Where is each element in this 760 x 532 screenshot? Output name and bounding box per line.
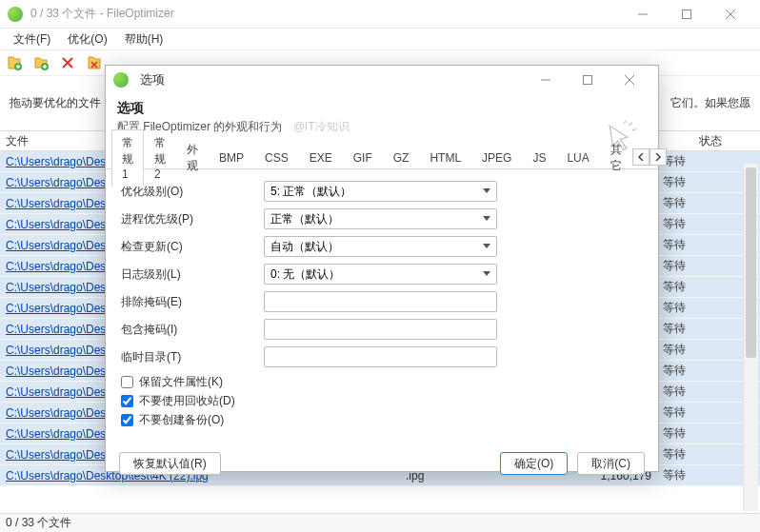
dialog-minimize-button[interactable] <box>525 66 567 94</box>
svg-rect-7 <box>584 76 592 85</box>
menu-file[interactable]: 文件(F) <box>6 29 58 50</box>
tab-scroll-right[interactable] <box>650 148 667 166</box>
dialog-footer: 恢复默认值(R) 确定(O) 取消(C) <box>106 443 658 488</box>
label-include-mask: 包含掩码(I) <box>121 322 264 338</box>
close-button[interactable] <box>709 0 752 29</box>
select-opt-level[interactable]: 5: 正常（默认） <box>264 181 497 202</box>
dialog-app-icon <box>113 72 129 88</box>
drop-hint-text: 拖动要优化的文件 <box>10 95 101 111</box>
tab-常规-1[interactable]: 常规 1 <box>111 129 144 187</box>
tab-常规-2[interactable]: 常规 2 <box>144 129 176 186</box>
tab-bmp[interactable]: BMP <box>209 146 254 169</box>
svg-line-12 <box>624 121 626 124</box>
app-icon <box>8 7 23 22</box>
statusbar: 0 / 33 个文件 <box>0 513 760 532</box>
menu-optimize[interactable]: 优化(O) <box>60 29 114 50</box>
dialog-heading: 选项 <box>117 100 647 117</box>
label-log-level: 日志级别(L) <box>121 266 264 283</box>
select-check-update[interactable]: 自动（默认） <box>264 236 497 257</box>
checkbox-no-backup[interactable] <box>121 414 133 426</box>
svg-line-11 <box>632 129 636 131</box>
label-priority: 进程优先级(P) <box>121 211 264 227</box>
input-exclude-mask[interactable] <box>264 291 497 312</box>
tab-外观[interactable]: 外观 <box>176 136 209 179</box>
dialog-titlebar: 选项 <box>106 66 658 94</box>
options-dialog: 选项 选项 配置 FileOptimizer 的外观和行为 @IT冷知识 常规 … <box>105 65 659 472</box>
menubar: 文件(F) 优化(O) 帮助(H) <box>0 29 760 49</box>
label-keep-attrs[interactable]: 保留文件属性(K) <box>139 374 223 390</box>
col-header-status[interactable]: 状态 <box>693 130 760 152</box>
tab-exe[interactable]: EXE <box>299 146 343 169</box>
watermark: @IT冷知识 <box>293 120 350 133</box>
tab-jpeg[interactable]: JPEG <box>471 146 522 169</box>
dialog-close-button[interactable] <box>609 66 650 94</box>
input-include-mask[interactable] <box>264 319 497 340</box>
label-exclude-mask: 排除掩码(E) <box>121 294 264 310</box>
cancel-button[interactable]: 取消(C) <box>577 452 645 475</box>
input-temp-dir[interactable] <box>264 346 497 367</box>
restore-defaults-button[interactable]: 恢复默认值(R) <box>119 452 221 475</box>
label-check-update: 检查更新(C) <box>121 239 264 255</box>
status-text: 0 / 33 个文件 <box>6 515 71 531</box>
dialog-maximize-button[interactable] <box>567 66 609 94</box>
window-controls <box>621 0 752 29</box>
tab-html[interactable]: HTML <box>419 146 471 169</box>
label-no-recycle[interactable]: 不要使用回收站(D) <box>139 393 235 409</box>
svg-line-10 <box>630 123 632 126</box>
remove-icon[interactable] <box>59 54 76 71</box>
vertical-scrollbar[interactable] <box>743 164 758 511</box>
menu-help[interactable]: 帮助(H) <box>117 29 171 50</box>
tab-js[interactable]: JS <box>522 146 556 169</box>
select-priority[interactable]: 正常（默认） <box>264 208 497 229</box>
checkbox-keep-attrs[interactable] <box>121 376 133 388</box>
dialog-form: 优化级别(O) 5: 正常（默认） 进程优先级(P) 正常（默认） 检查更新(C… <box>106 169 658 443</box>
clear-icon[interactable] <box>86 54 103 71</box>
dialog-subtitle: 配置 FileOptimizer 的外观和行为 @IT冷知识 <box>117 119 647 135</box>
drop-hint-right: 它们。如果您愿 <box>670 95 750 111</box>
tab-gif[interactable]: GIF <box>343 146 383 169</box>
tab-gz[interactable]: GZ <box>383 146 420 169</box>
window-title: 0 / 33 个文件 - FileOptimizer <box>30 6 621 22</box>
tabs: 常规 1常规 2外观BMPCSSEXEGIFGZHTMLJPEGJSLUA其它 <box>106 145 658 169</box>
add-file-icon[interactable] <box>6 54 23 71</box>
scrollbar-thumb[interactable] <box>746 167 756 358</box>
ok-button[interactable]: 确定(O) <box>500 452 568 475</box>
tab-lua[interactable]: LUA <box>556 146 599 169</box>
maximize-button[interactable] <box>665 0 709 29</box>
checkbox-no-recycle[interactable] <box>121 395 133 407</box>
tab-css[interactable]: CSS <box>254 146 299 169</box>
select-log-level[interactable]: 0: 无（默认） <box>264 264 497 285</box>
label-temp-dir: 临时目录(T) <box>121 349 264 365</box>
dialog-title: 选项 <box>136 71 525 89</box>
main-titlebar: 0 / 33 个文件 - FileOptimizer <box>0 0 760 29</box>
minimize-button[interactable] <box>621 0 665 29</box>
svg-rect-1 <box>683 10 691 18</box>
add-folder-icon[interactable] <box>32 54 50 71</box>
tab-其它[interactable]: 其它 <box>600 136 632 179</box>
label-no-backup[interactable]: 不要创建备份(O) <box>139 412 224 428</box>
